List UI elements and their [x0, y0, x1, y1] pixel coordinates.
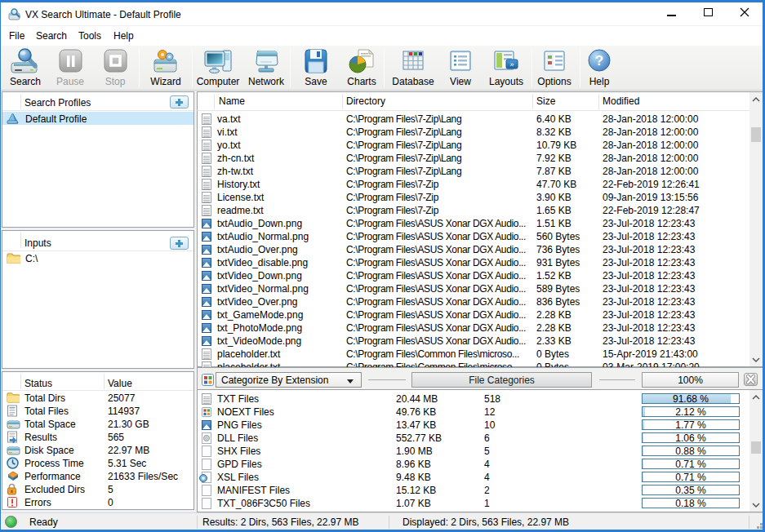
svg-text:?: ? [595, 53, 603, 69]
svg-text:»: » [509, 60, 514, 69]
